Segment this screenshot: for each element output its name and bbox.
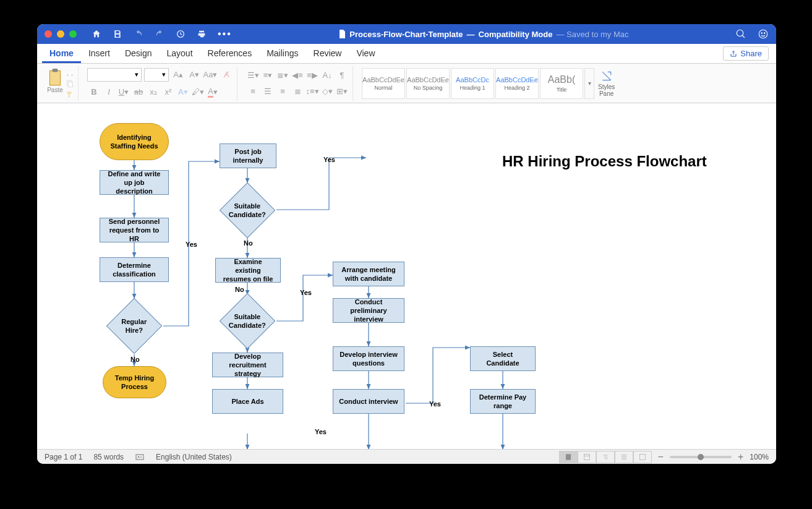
text-effects-button[interactable]: A▾ (176, 85, 190, 99)
paste-button[interactable]: Paste (47, 68, 63, 93)
tab-layout[interactable]: Layout (160, 45, 200, 63)
copy-icon[interactable] (66, 79, 74, 88)
node-define[interactable]: Define and write up job description (100, 170, 169, 195)
node-select-candidate[interactable]: Select Candidate (470, 346, 536, 371)
decrease-indent-button[interactable]: ◀≡ (291, 69, 304, 82)
underline-button[interactable]: U▾ (117, 85, 130, 99)
word-count[interactable]: 85 words (93, 453, 124, 461)
label-no-3: No (235, 286, 244, 293)
print-layout-view-button[interactable] (559, 451, 578, 463)
node-arrange-meeting[interactable]: Arrange meeting with candidate (333, 262, 404, 286)
node-suitable2[interactable]: Suitable Candidate? (220, 293, 276, 349)
decrease-font-button[interactable]: A▾ (187, 68, 201, 82)
minimize-window-button[interactable] (57, 30, 64, 38)
label-yes-5: Yes (315, 428, 327, 435)
focus-view-button[interactable] (633, 451, 652, 463)
shading-button[interactable]: ◇▾ (320, 85, 334, 98)
language-indicator[interactable]: English (United States) (156, 453, 232, 461)
bullets-button[interactable]: ☰▾ (246, 69, 260, 82)
tab-mailings[interactable]: Mailings (259, 45, 306, 63)
font-size-dropdown[interactable]: ▾ (144, 68, 169, 82)
highlight-button[interactable]: 🖊▾ (191, 85, 205, 99)
style-heading2[interactable]: AaBbCcDdEeHeading 2 (495, 68, 539, 99)
node-determine-pay[interactable]: Determine Pay range (470, 389, 536, 414)
align-center-button[interactable]: ☰ (261, 85, 275, 98)
justify-button[interactable]: ≣ (291, 85, 304, 98)
node-develop-questions[interactable]: Develop interview questions (333, 346, 404, 371)
web-layout-view-button[interactable] (578, 451, 596, 463)
strikethrough-button[interactable]: ab (132, 85, 145, 99)
node-temp-hiring[interactable]: Temp Hiring Process (103, 366, 166, 398)
compat-mode-text: Compatibility Mode (479, 30, 553, 39)
save-icon[interactable] (113, 29, 122, 39)
tab-design[interactable]: Design (118, 45, 160, 63)
tab-view[interactable]: View (349, 45, 382, 63)
feedback-icon[interactable] (758, 28, 769, 40)
share-button[interactable]: Share (723, 46, 769, 61)
node-conduct-prelim[interactable]: Conduct preliminary interview (333, 298, 404, 323)
tab-references[interactable]: References (200, 45, 260, 63)
multilevel-list-button[interactable]: ≣▾ (276, 69, 289, 82)
increase-indent-button[interactable]: ≡▶ (306, 69, 319, 82)
tab-home[interactable]: Home (42, 45, 81, 63)
styles-gallery[interactable]: AaBbCcDdEeNormal AaBbCcDdEeNo Spacing Aa… (362, 68, 594, 99)
format-painter-icon[interactable] (66, 90, 74, 99)
zoom-in-button[interactable]: + (738, 451, 743, 463)
italic-button[interactable]: I (102, 85, 116, 99)
maximize-window-button[interactable] (69, 30, 77, 38)
node-determine[interactable]: Determine classification (100, 257, 169, 282)
style-no-spacing[interactable]: AaBbCcDdEeNo Spacing (406, 68, 450, 99)
numbering-button[interactable]: ≡▾ (261, 69, 275, 82)
superscript-button[interactable]: x² (161, 85, 175, 99)
node-send[interactable]: Send personnel request from to HR (100, 218, 169, 242)
align-right-button[interactable]: ≡ (276, 85, 289, 98)
subscript-button[interactable]: x₂ (147, 85, 160, 99)
cut-icon[interactable] (66, 68, 74, 77)
node-develop-recruitment[interactable]: Develop recruitment strategy (212, 353, 283, 377)
align-left-button[interactable]: ≡ (246, 85, 260, 98)
paste-label: Paste (47, 87, 63, 93)
zoom-level[interactable]: 100% (750, 453, 769, 461)
styles-pane-button[interactable]: Styles Pane (598, 70, 615, 97)
node-suitable1[interactable]: Suitable Candidate? (220, 182, 276, 239)
node-conduct-interview[interactable]: Conduct interview (333, 389, 404, 414)
node-post-job[interactable]: Post job internally (220, 143, 276, 168)
clear-formatting-button[interactable]: A̸ (220, 68, 233, 82)
style-normal[interactable]: AaBbCcDdEeNormal (362, 68, 405, 99)
tab-insert[interactable]: Insert (81, 45, 118, 63)
styles-more-button[interactable]: ▾ (584, 68, 594, 99)
print-icon[interactable] (197, 29, 207, 39)
share-label: Share (740, 49, 762, 58)
node-regular-hire[interactable]: Regular Hire? (106, 298, 163, 354)
search-icon[interactable] (735, 28, 746, 40)
style-heading1[interactable]: AaBbCcDcHeading 1 (451, 68, 494, 99)
node-place-ads[interactable]: Place Ads (212, 389, 283, 414)
sort-button[interactable]: A↓ (320, 69, 334, 82)
bold-button[interactable]: B (87, 85, 101, 99)
home-icon[interactable] (92, 29, 101, 39)
font-color-button[interactable]: A▾ (206, 85, 220, 99)
node-start[interactable]: Identifying Staffing Needs (100, 123, 169, 160)
increase-font-button[interactable]: A▴ (171, 68, 185, 82)
borders-button[interactable]: ⊞▾ (335, 85, 349, 98)
spellcheck-icon[interactable] (135, 452, 145, 462)
document-canvas[interactable]: HR Hiring Process Flowchart Identifying … (37, 103, 776, 449)
page-indicator[interactable]: Page 1 of 1 (45, 453, 82, 461)
sync-icon[interactable] (176, 29, 186, 39)
more-icon[interactable]: ••• (218, 28, 232, 40)
node-examine[interactable]: Examine existing resumes on file (215, 258, 281, 283)
font-name-dropdown[interactable]: ▾ (87, 68, 142, 82)
outline-view-button[interactable] (596, 451, 615, 463)
window-controls (45, 30, 77, 38)
redo-icon[interactable] (155, 29, 165, 39)
change-case-button[interactable]: Aa▾ (203, 68, 217, 82)
draft-view-button[interactable] (615, 451, 633, 463)
zoom-out-button[interactable]: − (658, 451, 664, 463)
line-spacing-button[interactable]: ↕≡▾ (306, 85, 319, 98)
tab-review[interactable]: Review (306, 45, 349, 63)
show-marks-button[interactable]: ¶ (335, 69, 349, 82)
undo-icon[interactable] (134, 29, 143, 39)
close-window-button[interactable] (45, 30, 52, 38)
zoom-slider[interactable] (670, 456, 732, 458)
style-title[interactable]: AaBb(Title (540, 68, 583, 99)
